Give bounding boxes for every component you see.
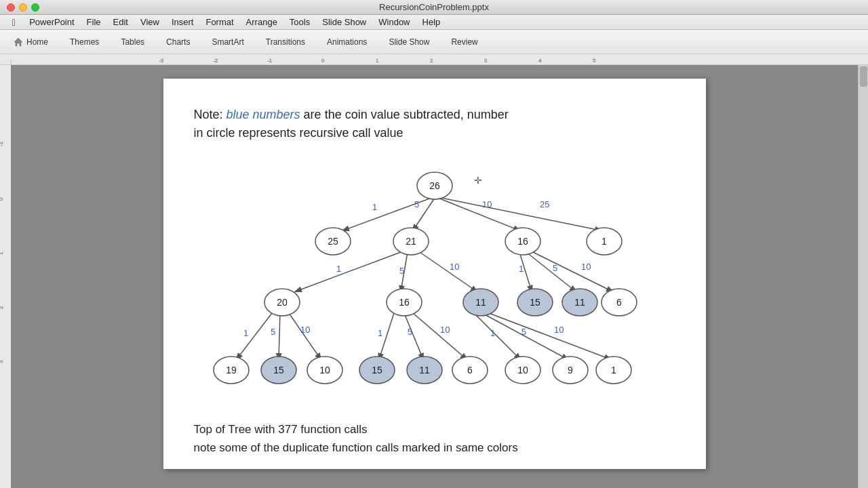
svg-text:15: 15 <box>372 365 382 375</box>
note-line2: in circle represents recursive call valu… <box>194 126 403 140</box>
menu-file[interactable]: File <box>81 16 106 28</box>
slide-panel[interactable]: Note: blue numbers are the coin value su… <box>11 65 858 488</box>
svg-text:2: 2 <box>0 306 4 309</box>
menu-tools[interactable]: Tools <box>284 16 315 28</box>
svg-text:10: 10 <box>319 365 330 375</box>
svg-text:1: 1 <box>243 328 248 338</box>
svg-text:26: 26 <box>429 180 440 191</box>
svg-text:5: 5 <box>553 263 557 273</box>
tab-home[interactable]: Home <box>3 33 58 52</box>
svg-line-20 <box>441 198 601 230</box>
tab-transitions[interactable]: Transitions <box>256 33 315 52</box>
tab-review[interactable]: Review <box>441 33 488 52</box>
menu-arrange[interactable]: Arrange <box>241 16 283 28</box>
svg-text:10: 10 <box>517 365 528 375</box>
svg-text:1: 1 <box>601 236 607 247</box>
svg-rect-97 <box>860 66 867 87</box>
svg-text:1: 1 <box>0 251 4 255</box>
window-title: RecursionCoinProblem.pptx <box>379 2 489 12</box>
svg-text:5: 5 <box>399 266 404 276</box>
menu-powerpoint[interactable]: PowerPoint <box>24 16 79 28</box>
main-area: -1 0 1 2 3 Note: blue numbers are the co… <box>0 65 868 488</box>
note-text: Note: blue numbers are the coin value su… <box>194 106 509 142</box>
svg-text:-2: -2 <box>213 58 218 64</box>
menu-insert[interactable]: Insert <box>166 16 199 28</box>
svg-text:0: 0 <box>321 58 325 64</box>
note-blue: blue numbers <box>226 108 300 121</box>
note-cont: are the coin value subtracted, number <box>300 108 509 121</box>
svg-text:1: 1 <box>376 58 379 64</box>
svg-text:25: 25 <box>328 236 338 247</box>
svg-text:1: 1 <box>490 328 495 338</box>
svg-text:5: 5 <box>408 327 412 337</box>
svg-text:6: 6 <box>616 297 622 308</box>
tree-diagram: 1 5 10 25 1 5 10 <box>163 153 706 424</box>
svg-line-33 <box>533 252 612 291</box>
svg-line-19 <box>438 198 519 230</box>
menu-slideshow[interactable]: Slide Show <box>317 16 372 28</box>
svg-text:5: 5 <box>414 199 419 209</box>
svg-rect-0 <box>0 54 868 65</box>
tab-charts[interactable]: Charts <box>156 33 200 52</box>
svg-line-51 <box>489 313 610 359</box>
svg-text:10: 10 <box>440 325 450 335</box>
svg-text:-1: -1 <box>0 141 4 146</box>
svg-text:25: 25 <box>540 199 549 209</box>
svg-text:✛: ✛ <box>474 175 482 186</box>
svg-line-39 <box>289 313 321 359</box>
window-controls <box>7 3 39 12</box>
svg-text:10: 10 <box>300 325 310 335</box>
menu-format[interactable]: Format <box>200 16 239 28</box>
svg-text:1: 1 <box>336 264 341 274</box>
svg-text:1: 1 <box>519 264 524 274</box>
svg-line-45 <box>413 313 467 359</box>
vertical-ruler: -1 0 1 2 3 <box>0 65 11 488</box>
menu-edit[interactable]: Edit <box>108 16 134 28</box>
svg-text:-1: -1 <box>267 58 273 64</box>
scrollbar-vertical[interactable] <box>858 65 868 488</box>
svg-text:5: 5 <box>271 327 275 337</box>
bottom-line1: Top of Tree with 377 function calls <box>194 420 518 439</box>
tab-smartart[interactable]: SmartArt <box>201 33 254 52</box>
svg-line-49 <box>474 313 520 359</box>
svg-text:20: 20 <box>277 297 288 308</box>
svg-text:6: 6 <box>467 365 473 375</box>
apple-menu[interactable]:  <box>5 17 22 28</box>
close-button[interactable] <box>7 3 15 12</box>
svg-text:0: 0 <box>0 197 4 201</box>
svg-text:1: 1 <box>378 328 382 338</box>
menu-help[interactable]: Help <box>417 16 446 28</box>
minimize-button[interactable] <box>19 3 27 12</box>
svg-text:10: 10 <box>450 262 459 272</box>
svg-text:5: 5 <box>521 327 526 337</box>
svg-text:10: 10 <box>482 199 492 209</box>
svg-text:9: 9 <box>568 365 573 375</box>
maximize-button[interactable] <box>31 3 39 12</box>
svg-text:11: 11 <box>419 365 430 375</box>
horizontal-ruler: -3 -2 -1 0 1 2 3 4 5 <box>0 54 868 65</box>
svg-line-25 <box>296 252 401 291</box>
home-icon <box>13 37 24 47</box>
svg-text:1: 1 <box>372 202 377 212</box>
tab-themes[interactable]: Themes <box>60 33 109 52</box>
svg-text:11: 11 <box>574 297 585 308</box>
title-bar: RecursionCoinProblem.pptx <box>0 0 868 15</box>
svg-line-32 <box>526 252 576 291</box>
svg-text:15: 15 <box>530 297 540 308</box>
slide: Note: blue numbers are the coin value su… <box>163 79 706 469</box>
svg-text:3: 3 <box>0 360 4 363</box>
tab-tables[interactable]: Tables <box>111 33 155 52</box>
tab-animations[interactable]: Animations <box>317 33 377 52</box>
tab-slideshow[interactable]: Slide Show <box>378 33 439 52</box>
svg-text:19: 19 <box>226 365 237 375</box>
bottom-text: Top of Tree with 377 function calls note… <box>194 420 518 457</box>
svg-text:16: 16 <box>517 236 528 247</box>
tree-svg: 1 5 10 25 1 5 10 <box>163 153 706 397</box>
svg-text:3: 3 <box>484 58 488 64</box>
svg-text:16: 16 <box>399 297 410 308</box>
menu-window[interactable]: Window <box>373 16 415 28</box>
svg-text:10: 10 <box>554 325 564 335</box>
svg-text:15: 15 <box>273 365 284 375</box>
svg-line-27 <box>420 252 477 291</box>
menu-view[interactable]: View <box>135 16 165 28</box>
